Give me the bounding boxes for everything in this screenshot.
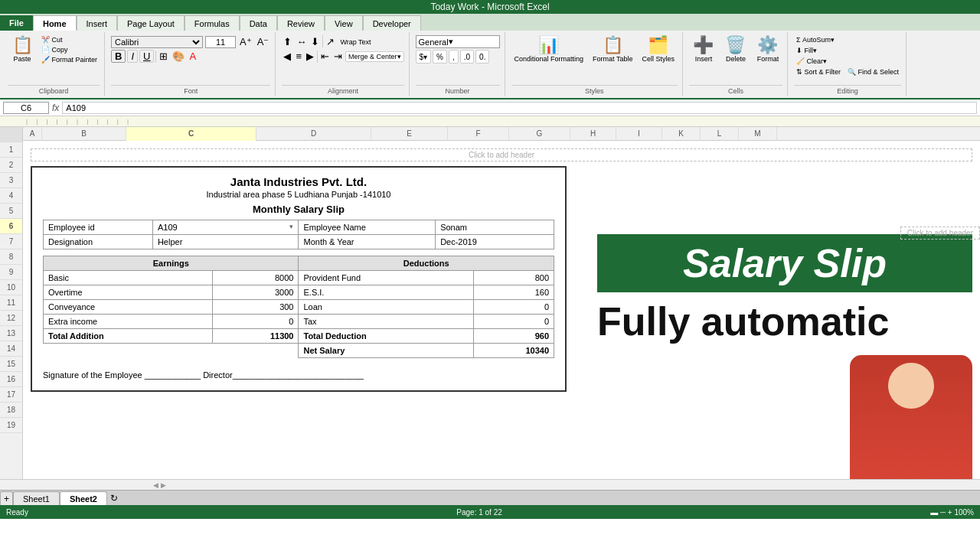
sheet2-tab[interactable]: Sheet2 xyxy=(60,491,107,505)
format-table-button[interactable]: 📋 Format Table xyxy=(590,35,635,64)
row-header-16[interactable]: 16 xyxy=(0,372,22,387)
format-painter-button[interactable]: 🖌️ Format Painter xyxy=(39,55,100,64)
increase-decimal-button[interactable]: .0 xyxy=(460,50,474,64)
find-select-button[interactable]: 🔍 Find & Select xyxy=(845,67,901,77)
tab-developer[interactable]: Developer xyxy=(363,15,421,31)
right-header-placeholder[interactable]: Click to add header xyxy=(900,227,980,240)
number-format-dropdown[interactable]: General▾ xyxy=(416,35,500,48)
row-header-10[interactable]: 10 xyxy=(0,280,22,295)
month-year-value[interactable]: Dec-2019 xyxy=(436,235,554,249)
cell-styles-button[interactable]: 🗂️ Cell Styles xyxy=(639,35,678,64)
increase-font-button[interactable]: A⁺ xyxy=(238,35,253,48)
conditional-formatting-button[interactable]: 📊 Conditional Formatting xyxy=(511,35,587,64)
tab-formulas[interactable]: Formulas xyxy=(185,15,240,31)
sheet1-tab[interactable]: Sheet1 xyxy=(13,491,60,505)
row-header-9[interactable]: 9 xyxy=(0,265,22,280)
employee-id-label[interactable]: Employee id xyxy=(44,220,153,235)
new-sheet-button[interactable]: + xyxy=(0,491,13,505)
row-header-2[interactable]: 2 xyxy=(0,158,22,173)
autosum-button[interactable]: Σ AutoSum▾ xyxy=(794,35,837,44)
formula-input[interactable] xyxy=(62,102,977,114)
fill-color-button[interactable]: 🎨 xyxy=(171,50,186,63)
fill-button[interactable]: ⬇ Fill▾ xyxy=(794,46,819,55)
col-l[interactable]: L xyxy=(701,127,739,141)
paste-button[interactable]: 📋 Paste xyxy=(8,35,37,64)
tab-data[interactable]: Data xyxy=(240,15,277,31)
row-header-6[interactable]: 6 xyxy=(0,219,22,234)
align-middle-button[interactable]: ↔ xyxy=(295,35,308,48)
row-header-15[interactable]: 15 xyxy=(0,357,22,372)
insert-button[interactable]: ➕ Insert xyxy=(689,35,718,64)
percent-button[interactable]: % xyxy=(433,50,447,64)
col-c[interactable]: C xyxy=(126,127,256,141)
underline-button[interactable]: U xyxy=(139,50,154,63)
row-header-3[interactable]: 3 xyxy=(0,173,22,188)
align-left-button[interactable]: ◀ xyxy=(282,50,292,63)
orientation-button[interactable]: ↗ xyxy=(325,35,336,48)
row-header-12[interactable]: 12 xyxy=(0,311,22,326)
row-header-7[interactable]: 7 xyxy=(0,234,22,249)
col-e[interactable]: E xyxy=(371,127,448,141)
cut-button[interactable]: ✂️ Cut xyxy=(39,35,100,44)
col-i[interactable]: I xyxy=(616,127,662,141)
align-bottom-button[interactable]: ⬇ xyxy=(309,35,321,48)
copy-button[interactable]: 📄 Copy xyxy=(39,45,100,54)
row-header-19[interactable]: 19 xyxy=(0,418,22,433)
row-header-11[interactable]: 11 xyxy=(0,295,22,311)
employee-id-value[interactable]: A109 ▾ xyxy=(152,220,299,235)
row-header-5[interactable]: 5 xyxy=(0,204,22,219)
row-header-17[interactable]: 17 xyxy=(0,387,22,403)
col-h[interactable]: H xyxy=(570,127,616,141)
col-m[interactable]: M xyxy=(739,127,777,141)
increase-indent-button[interactable]: ⇥ xyxy=(332,50,344,63)
employee-name-label[interactable]: Employee Name xyxy=(299,220,436,235)
wrap-text-button[interactable]: Wrap Text xyxy=(338,35,373,48)
bold-button[interactable]: B xyxy=(111,50,126,63)
sheet-scroll-icon[interactable]: ↻ xyxy=(110,493,118,504)
cell-reference-input[interactable] xyxy=(3,102,49,114)
italic-button[interactable]: I xyxy=(127,50,138,63)
sort-filter-button[interactable]: ⇅ Sort & Filter xyxy=(794,67,843,77)
decrease-decimal-button[interactable]: 0. xyxy=(475,50,489,64)
tab-review[interactable]: Review xyxy=(277,15,325,31)
col-f[interactable]: F xyxy=(448,127,509,141)
format-button[interactable]: ⚙️ Format xyxy=(753,35,782,64)
font-name-select[interactable]: Calibri xyxy=(111,36,203,48)
align-top-button[interactable]: ⬆ xyxy=(282,35,293,48)
border-button[interactable]: ⊞ xyxy=(158,50,169,63)
merge-center-button[interactable]: Merge & Center▾ xyxy=(345,51,404,62)
designation-label[interactable]: Designation xyxy=(44,235,153,249)
horizontal-scrollbar[interactable]: ◀ ▶ xyxy=(0,479,980,490)
align-right-button[interactable]: ▶ xyxy=(305,50,315,63)
font-size-input[interactable] xyxy=(205,36,236,48)
col-d[interactable]: D xyxy=(256,127,371,141)
font-color-button[interactable]: A xyxy=(188,50,198,63)
row-header-18[interactable]: 18 xyxy=(0,403,22,418)
tab-page-layout[interactable]: Page Layout xyxy=(117,15,185,31)
row-header-14[interactable]: 14 xyxy=(0,341,22,357)
tab-view[interactable]: View xyxy=(325,15,363,31)
col-b[interactable]: B xyxy=(42,127,126,141)
basic-label: Basic xyxy=(44,271,213,285)
col-g[interactable]: G xyxy=(509,127,570,141)
tab-home[interactable]: Home xyxy=(33,15,77,31)
decrease-font-button[interactable]: A⁻ xyxy=(256,35,271,48)
designation-value[interactable]: Helper xyxy=(152,235,299,249)
tab-insert[interactable]: Insert xyxy=(77,15,118,31)
clear-button[interactable]: 🧹 Clear▾ xyxy=(794,57,829,66)
row-header-1[interactable]: 1 xyxy=(0,142,22,158)
comma-button[interactable]: , xyxy=(449,50,459,64)
employee-name-value[interactable]: Sonam xyxy=(436,220,554,235)
col-k[interactable]: K xyxy=(662,127,701,141)
delete-button[interactable]: 🗑️ Delete xyxy=(721,35,750,64)
accounting-format-button[interactable]: $▾ xyxy=(416,50,432,64)
row-header-8[interactable]: 8 xyxy=(0,249,22,265)
col-a[interactable]: A xyxy=(23,127,42,141)
decrease-indent-button[interactable]: ⇤ xyxy=(319,50,331,63)
header-placeholder[interactable]: Click to add header xyxy=(31,148,972,161)
row-header-4[interactable]: 4 xyxy=(0,188,22,204)
tab-file[interactable]: File xyxy=(0,15,33,31)
row-header-13[interactable]: 13 xyxy=(0,326,22,341)
align-center-button[interactable]: ≡ xyxy=(294,50,303,63)
month-year-label[interactable]: Month & Year xyxy=(299,235,436,249)
